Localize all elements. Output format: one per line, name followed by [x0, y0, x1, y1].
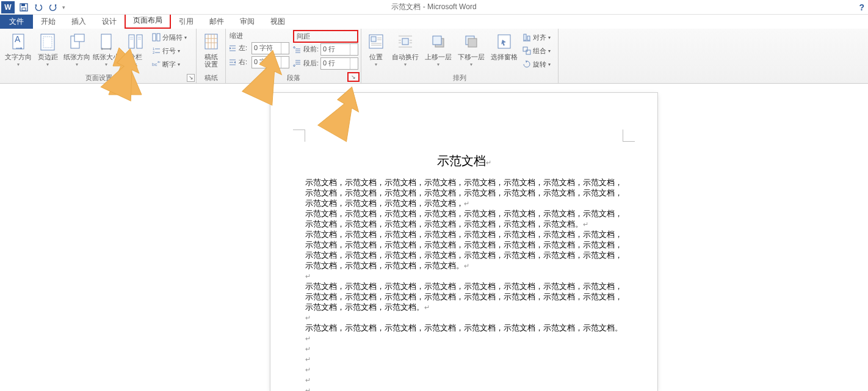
- position-button[interactable]: 位置 ▾: [364, 30, 388, 68]
- help-button[interactable]: ?: [859, 2, 864, 12]
- align-icon: [523, 33, 531, 42]
- group-label-arrange: 排列: [364, 72, 555, 83]
- document-area: 示范文档↵ 示范文档，示范文档，示范文档，示范文档，示范文档，示范文档，示范文档…: [0, 84, 868, 391]
- document-body: 示范文档，示范文档，示范文档，示范文档，示范文档，示范文档，示范文档，示范文档，…: [270, 178, 657, 391]
- quick-access-toolbar: W ▾: [0, 1, 65, 13]
- annotation-arrow-3: [304, 78, 371, 145]
- svg-rect-16: [153, 34, 156, 41]
- tab-mailings[interactable]: 邮件: [201, 14, 232, 29]
- tab-home[interactable]: 开始: [33, 14, 63, 29]
- tab-design[interactable]: 设计: [94, 14, 125, 29]
- svg-rect-48: [402, 38, 408, 45]
- page-setup-dialog-launcher[interactable]: ↘: [187, 74, 195, 82]
- manuscript-button[interactable]: 稿纸 设置: [199, 30, 223, 69]
- undo-button[interactable]: [33, 2, 44, 13]
- tab-view[interactable]: 视图: [262, 14, 293, 29]
- space-after-icon: [293, 59, 302, 68]
- svg-rect-61: [527, 36, 530, 40]
- svg-rect-64: [526, 50, 530, 54]
- space-before-icon: [293, 45, 302, 54]
- svg-rect-58: [468, 38, 477, 47]
- svg-rect-43: [371, 37, 376, 42]
- group-icon: [523, 46, 531, 55]
- hyphenation-icon: bca-: [152, 60, 161, 68]
- selection-pane-button[interactable]: 选择窗格: [488, 30, 520, 62]
- svg-marker-67: [242, 46, 294, 105]
- bring-forward-button[interactable]: 上移一层 ▾: [422, 30, 454, 68]
- document-heading: 示范文档↵: [270, 153, 657, 169]
- redo-button[interactable]: [48, 2, 59, 13]
- save-button[interactable]: [18, 2, 29, 13]
- svg-rect-17: [157, 34, 160, 41]
- tab-insert[interactable]: 插入: [63, 14, 94, 29]
- line-numbers-button[interactable]: 12 行号▾: [151, 45, 193, 57]
- title-bar: W ▾ 示范文档 - Microsoft Word ?: [0, 0, 868, 15]
- margins-button[interactable]: 页边距 ▾: [34, 30, 62, 68]
- line-numbers-icon: 12: [152, 46, 161, 55]
- svg-rect-56: [433, 36, 441, 45]
- svg-rect-63: [523, 47, 527, 51]
- svg-text:A: A: [15, 34, 21, 44]
- svg-rect-60: [524, 34, 526, 40]
- margin-corner-icon: [293, 130, 305, 142]
- svg-text:bc: bc: [152, 62, 157, 67]
- wrap-text-button[interactable]: 自动换行 ▾: [389, 30, 421, 68]
- svg-rect-2: [22, 8, 26, 10]
- send-backward-button[interactable]: 下移一层 ▾: [455, 30, 487, 68]
- group-arrange: 位置 ▾ 自动换行 ▾ 上移一层 ▾ 下移一层 ▾ 选择窗格: [361, 29, 559, 83]
- ribbon-tabs: 文件 开始 插入 设计 页面布局 引用 邮件 审阅 视图: [0, 15, 868, 29]
- svg-rect-1: [21, 4, 25, 6]
- window-title: 示范文档 - Microsoft Word: [0, 2, 868, 12]
- space-after-input[interactable]: 0 行: [320, 57, 358, 70]
- rotate-icon: [523, 60, 531, 68]
- svg-rect-8: [74, 34, 84, 42]
- qat-customize-icon[interactable]: ▾: [62, 4, 65, 10]
- tab-file[interactable]: 文件: [0, 14, 33, 29]
- svg-text:2: 2: [153, 51, 155, 54]
- margin-corner-icon: [623, 130, 635, 142]
- indent-header: 缩进: [228, 30, 289, 42]
- group-objects-button[interactable]: 组合▾: [521, 45, 555, 57]
- svg-marker-66: [101, 45, 150, 101]
- space-before-input[interactable]: 0 行: [320, 43, 358, 56]
- spacing-header: 间距: [293, 30, 358, 43]
- svg-marker-68: [318, 82, 371, 142]
- breaks-icon: [152, 33, 161, 42]
- hyphenation-button[interactable]: bca- 断字▾: [151, 58, 193, 70]
- tab-page-layout[interactable]: 页面布局: [125, 12, 171, 29]
- rotate-button[interactable]: 旋转▾: [521, 58, 555, 70]
- word-logo-icon: W: [1, 1, 15, 13]
- tab-review[interactable]: 审阅: [232, 14, 262, 29]
- group-manuscript: 稿纸 设置 稿纸: [197, 29, 226, 83]
- svg-text:a-: a-: [157, 60, 161, 64]
- tab-references[interactable]: 引用: [171, 14, 201, 29]
- text-direction-button[interactable]: A 文字方向 ▾: [4, 30, 32, 68]
- breaks-button[interactable]: 分隔符▾: [151, 31, 193, 43]
- align-button[interactable]: 对齐▾: [521, 31, 555, 43]
- annotation-arrow-2: [227, 43, 294, 110]
- group-label-manuscript: 稿纸: [199, 72, 223, 83]
- annotation-arrow-1: [85, 43, 153, 104]
